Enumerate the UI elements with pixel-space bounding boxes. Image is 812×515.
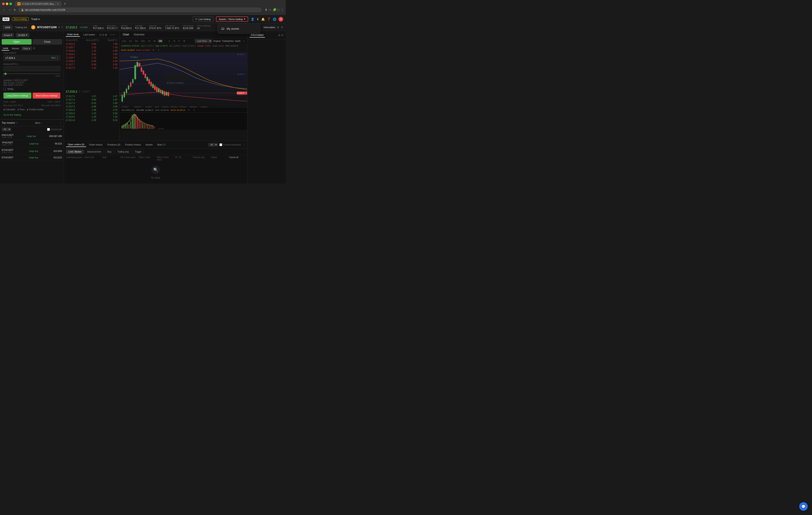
trigger-filter[interactable]: Trigger (133, 150, 144, 154)
fees-btn[interactable]: ⊟ Fees (18, 108, 25, 111)
tpsl-checkbox[interactable] (3, 88, 6, 90)
address-bar[interactable]: 🔒 okx.com/trade-futures/btc-usdt-221209 (18, 8, 261, 12)
right-settings-icon-btn[interactable]: ⚙ (281, 34, 284, 37)
ask-row[interactable]: 17,017.6 1.10 1.10 (64, 66, 119, 70)
limit-market-filter[interactable]: Limit | Market (66, 150, 84, 154)
5m-btn[interactable]: 5m (134, 39, 139, 43)
depth-view-btn[interactable]: Depth (235, 40, 240, 42)
trade-menu[interactable]: Trade ▾ (31, 18, 40, 21)
open-button[interactable]: Open (2, 39, 32, 45)
position-builder-btn[interactable]: ◈ Position builder (27, 108, 44, 111)
mover-list-item[interactable]: ETH/USDT Large buy 513,522 (0, 155, 64, 160)
bbo-button[interactable]: BBO (51, 57, 56, 59)
pair-name[interactable]: BTCUSDT1209 (37, 26, 57, 29)
manual-trading-tab[interactable]: Limit (3, 25, 12, 29)
ask-row[interactable]: 17,017.7 0.90 2.00 (64, 63, 119, 66)
stop-select[interactable]: Stop ▾ (22, 47, 32, 51)
mover-list-item[interactable]: ETH/USDT 12/06, 13:40 Large buy 610,893 (0, 147, 64, 155)
more-button[interactable]: More › (35, 122, 41, 124)
bid-row[interactable]: 17,013.6 1.26 7.25 (64, 115, 119, 118)
vol-settings-icon[interactable]: 👁 (187, 109, 191, 112)
info-panel-btn[interactable]: Information (264, 26, 275, 29)
go-live-link[interactable]: Go to live trading (3, 113, 21, 116)
ask-row[interactable]: 17,019.6 1.43 6.08 (64, 49, 119, 53)
amount-input[interactable] (5, 67, 58, 70)
market-tab[interactable]: Market (10, 47, 20, 50)
stop-filter[interactable]: Stop (105, 150, 114, 154)
ma-settings-icon[interactable]: 👁 (152, 49, 155, 52)
bid-row[interactable]: 17,017.5 1.07 1.07 (64, 94, 119, 98)
ask-row[interactable]: 17,018.2 0.69 2.69 (64, 59, 119, 63)
indicators-btn[interactable]: ≋ (173, 39, 176, 43)
ob-menu-icon[interactable]: ⋮ (115, 33, 117, 36)
original-view-btn[interactable]: Original (213, 40, 221, 42)
movers-menu-icon[interactable]: ⋮ (59, 121, 62, 125)
extensions-btn2[interactable]: 🧩 (273, 8, 277, 11)
active-browser-tab[interactable]: O 17,019.2 BTCUSDT1209 | Buy... ✕ (15, 1, 61, 6)
last-trades-tab[interactable]: Last trades (82, 33, 96, 36)
pair-chevron-icon[interactable]: ▾ (58, 26, 59, 28)
bookmark-btn[interactable]: ☆ (269, 8, 271, 11)
live-trading-button[interactable]: ↩ Time to delivery Live trading (193, 17, 213, 22)
mover-list-item[interactable]: YFII/USDT 12/06, 13:41 Large buy 66,622 (0, 140, 64, 147)
vol-close-icon[interactable]: ✕ (192, 109, 196, 112)
line-btn[interactable]: Line (121, 39, 127, 43)
cancel-all-btn[interactable]: Cancel all (229, 156, 245, 161)
order-info-icon[interactable]: ⓘ (33, 47, 35, 50)
cross-button[interactable]: Cross ▾ (2, 33, 14, 37)
bid-row[interactable]: 17,015.0 1.23 5.99 (64, 112, 119, 115)
calculator-btn[interactable]: ⊞ Calculator (3, 108, 16, 111)
user-avatar[interactable]: J (279, 17, 283, 22)
ask-row[interactable]: 17,019.2 0.81 4.65 (64, 53, 119, 56)
globe-icon-btn[interactable]: 🌐 (273, 18, 277, 21)
current-inst-checkbox[interactable] (220, 143, 222, 146)
menu-btn[interactable]: ⋮ (281, 8, 284, 11)
current-pair-checkbox[interactable] (47, 128, 50, 131)
15m-btn[interactable]: 15m (140, 39, 146, 43)
my-assets-item[interactable]: 🗂 My assets (218, 24, 260, 33)
slider-thumb[interactable] (4, 73, 7, 75)
ma-close-icon[interactable]: ✕ (157, 49, 161, 52)
bid-row[interactable]: 17,017.3 0.93 2.80 (64, 101, 119, 105)
price-type-select[interactable]: Last Price (195, 39, 212, 43)
advanced-limit-filter[interactable]: Advanced limit (85, 150, 104, 154)
4h-btn[interactable]: 4h (152, 39, 156, 43)
bid-row[interactable]: 17,017.0 0.88 3.68 (64, 105, 119, 108)
close-button[interactable]: Close (32, 39, 62, 45)
price-decrement-btn[interactable]: ▼ (57, 58, 58, 60)
profile-btn[interactable]: □ (278, 8, 279, 11)
assets-demo-button[interactable]: Assets – Demo trading ▾ (216, 17, 248, 22)
ask-row[interactable]: 17,020.7 1.02 7.10 (64, 46, 119, 49)
short-button[interactable]: Short (Demo trading) (33, 92, 61, 99)
order-book-tab[interactable]: Order book (66, 32, 80, 37)
notification-icon-btn[interactable]: 🔔 (261, 18, 265, 21)
right-grid-icon-btn[interactable]: ⊞ (278, 34, 281, 37)
close-tab-icon[interactable]: ✕ (57, 3, 59, 5)
trading-bot-tab[interactable]: Trading bot (15, 26, 27, 29)
movers-filter-select[interactable]: All (2, 128, 11, 131)
open-orders-tab[interactable]: Open orders (0) (66, 142, 86, 147)
long-button[interactable]: Long (Demo trading) (3, 92, 31, 99)
ask-row[interactable]: 17,022.0 0.86 7.96 (64, 42, 119, 46)
overview-tab[interactable]: Overview (133, 32, 146, 37)
orders-menu-icon[interactable]: ⋮ (242, 143, 245, 146)
close-window-btn[interactable] (2, 3, 5, 5)
1h-btn[interactable]: 1h (147, 39, 151, 43)
candle-type-btn[interactable]: 🕯 (167, 39, 171, 43)
layout-icon-btn[interactable]: ⊞ (277, 26, 279, 29)
settings-icon-btn[interactable]: ⚙ (281, 26, 283, 29)
all-select[interactable]: All (208, 143, 218, 146)
ob-view-btn3[interactable]: ▦ (105, 33, 107, 36)
user-icon-btn[interactable]: 👤 (251, 18, 254, 21)
order-history-tab[interactable]: Order history (87, 142, 105, 147)
bid-row[interactable]: 17,015.9 1.08 4.76 (64, 108, 119, 112)
settings-chart-btn[interactable]: ⚙ (182, 39, 186, 43)
draw-btn[interactable]: ✏ (177, 39, 181, 43)
fullscreen-icon-btn[interactable]: ⤢ (242, 39, 245, 43)
ob-size-chevron[interactable]: ▾ (113, 33, 115, 36)
leverage-button[interactable]: 10.00X ▾ (16, 33, 29, 37)
price-increment-btn[interactable]: ▲ (57, 56, 58, 58)
tradingview-btn[interactable]: TradingView (222, 40, 233, 42)
help-icon-btn[interactable]: ❓ (267, 18, 270, 21)
bots-tab[interactable]: Bots (7) (156, 142, 167, 147)
